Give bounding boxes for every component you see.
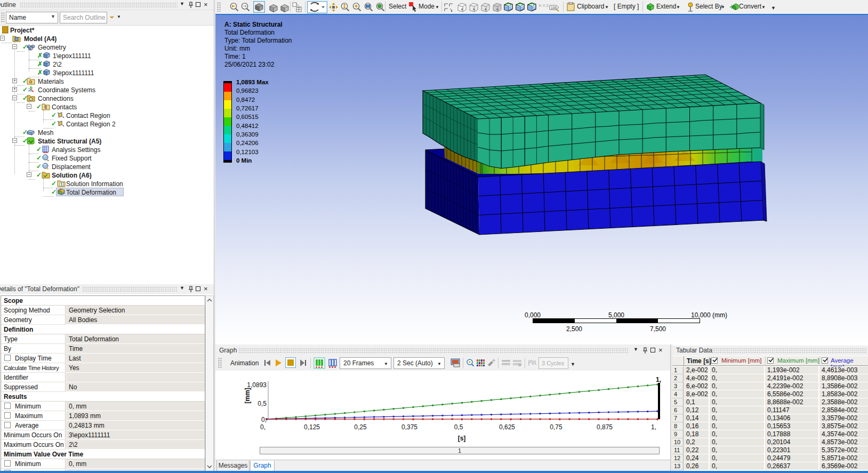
svg-text:100: 100 [551,6,557,10]
